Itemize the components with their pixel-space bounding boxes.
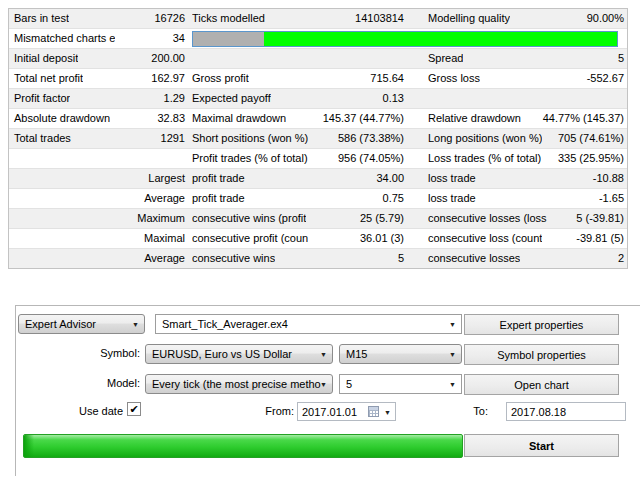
row-value: Maximal: [144, 229, 185, 248]
table-row: Total trades1291Short positions (won %)5…: [9, 129, 627, 149]
row-value: 5: [618, 49, 624, 68]
tester-settings-panel: Expert Advisor ▼ Smart_Tick_Averager.ex4…: [15, 305, 640, 476]
spread-combo-value: 5: [346, 378, 352, 390]
row-value: 715.64: [370, 69, 404, 88]
from-date-value: 2017.01.01: [302, 406, 357, 418]
row-label: Expected payoff: [192, 89, 271, 108]
chevron-down-icon: ▼: [132, 321, 139, 328]
row-label: Absolute drawdown: [9, 109, 110, 128]
row-label: [9, 169, 14, 188]
expert-properties-button[interactable]: Expert properties: [464, 314, 619, 335]
row-value: Largest: [148, 169, 185, 188]
row-value: 32.83: [157, 109, 185, 128]
row-label: Mismatched charts e: [9, 29, 115, 48]
row-value: 0.13: [383, 89, 404, 108]
row-label: consecutive wins: [192, 249, 275, 268]
row-label: Maximal drawdown: [192, 109, 286, 128]
chevron-down-icon: ▼: [449, 381, 456, 388]
row-value: 1.29: [164, 89, 185, 108]
symbol-combo-value: EURUSD, Euro vs US Dollar: [152, 348, 292, 360]
row-label: Relative drawdown: [428, 109, 521, 128]
row-label: [9, 249, 14, 268]
test-progress-bar: [23, 434, 463, 458]
strategy-tester-report-table: Bars in test16726Ticks modelled14103814M…: [8, 8, 628, 269]
row-label: [9, 209, 14, 228]
row-value: 14103814: [355, 9, 404, 28]
table-row: Bars in test16726Ticks modelled14103814M…: [9, 9, 627, 29]
row-label: Spread: [428, 49, 463, 68]
row-label: consecutive wins (profit: [192, 209, 306, 228]
row-label: Gross loss: [428, 69, 480, 88]
ea-type-dropdown[interactable]: Expert Advisor ▼: [18, 314, 145, 334]
row-label: consecutive profit (coun: [192, 229, 308, 248]
row-label: loss trade: [428, 169, 476, 188]
symbol-properties-button-label: Symbol properties: [497, 349, 586, 361]
symbol-label: Symbol:: [40, 347, 140, 359]
row-label: Long positions (won %): [428, 129, 542, 148]
table-row: Profit trades (% of total)956 (74.05%)Lo…: [9, 149, 627, 169]
row-value: 34.00: [376, 169, 404, 188]
chevron-down-icon: ▼: [320, 381, 327, 388]
row-label: profit trade: [192, 189, 245, 208]
row-value: 16726: [154, 9, 185, 28]
expert-advisor-combo-value: Smart_Tick_Averager.ex4: [162, 318, 288, 330]
ea-type-dropdown-value: Expert Advisor: [25, 318, 96, 330]
row-value: 44.77% (145.37): [543, 109, 624, 128]
row-value: 34: [173, 29, 185, 48]
row-label: Gross profit: [192, 69, 249, 88]
row-label: Total trades: [9, 129, 71, 148]
from-date-field[interactable]: 2017.01.01 ▼: [297, 402, 396, 421]
row-value: Maximum: [137, 209, 185, 228]
row-label: consecutive losses: [428, 249, 520, 268]
table-row: Averageprofit trade0.75loss trade-1.65: [9, 189, 627, 209]
row-value: 0.75: [383, 189, 404, 208]
row-value: -10.88: [593, 169, 624, 188]
row-value: -552.67: [587, 69, 624, 88]
start-button-label: Start: [529, 440, 554, 452]
row-label: consecutive losses (loss: [428, 209, 547, 228]
table-row: Maximalconsecutive profit (coun36.01 (3)…: [9, 229, 627, 249]
row-value: -39.81 (5): [576, 229, 624, 248]
open-chart-button[interactable]: Open chart: [464, 374, 619, 395]
row-value: 90.00%: [587, 9, 624, 28]
table-row: Mismatched charts e34: [9, 29, 627, 49]
row-value: 5: [398, 249, 404, 268]
row-label: Loss trades (% of total): [428, 149, 541, 168]
row-value: -1.65: [599, 189, 624, 208]
table-row: Profit factor1.29Expected payoff0.13: [9, 89, 627, 109]
period-combo[interactable]: M15 ▼: [339, 344, 462, 364]
model-combo-value: Every tick (the most precise metho: [152, 378, 321, 390]
row-label: Profit factor: [9, 89, 70, 108]
expert-properties-button-label: Expert properties: [500, 319, 584, 331]
to-label: To:: [446, 405, 488, 417]
model-combo[interactable]: Every tick (the most precise metho ▼: [145, 374, 333, 394]
table-row: Absolute drawdown32.83Maximal drawdown14…: [9, 109, 627, 129]
checkmark-icon: ✔: [129, 403, 138, 415]
row-value: 335 (25.95%): [558, 149, 624, 168]
table-row: Averageconsecutive wins5consecutive loss…: [9, 249, 627, 268]
quality-bar-gray-segment: [193, 32, 264, 46]
row-value: 956 (74.05%): [338, 149, 404, 168]
row-label: loss trade: [428, 189, 476, 208]
row-value: 162.97: [151, 69, 185, 88]
row-value: 36.01 (3): [360, 229, 404, 248]
to-date-value: 2017.08.18: [511, 406, 566, 418]
start-button[interactable]: Start: [464, 434, 619, 457]
row-label: Ticks modelled: [192, 9, 265, 28]
chevron-down-icon: ▼: [320, 351, 327, 358]
symbol-combo[interactable]: EURUSD, Euro vs US Dollar ▼: [145, 344, 333, 364]
row-label: Short positions (won %): [192, 129, 308, 148]
spread-combo[interactable]: 5 ▼: [339, 374, 462, 394]
use-date-checkbox[interactable]: ✔: [127, 402, 141, 416]
table-row: Largestprofit trade34.00loss trade-10.88: [9, 169, 627, 189]
row-label: [9, 229, 14, 248]
table-row: Initial deposit200.00Spread5: [9, 49, 627, 69]
expert-advisor-combo[interactable]: Smart_Tick_Averager.ex4 ▼: [155, 314, 462, 334]
row-label: Bars in test: [9, 9, 69, 28]
row-label: Total net profit: [9, 69, 83, 88]
calendar-icon[interactable]: [368, 406, 379, 417]
to-date-field[interactable]: 2017.08.18: [506, 402, 626, 421]
row-value: 586 (73.38%): [338, 129, 404, 148]
row-label: profit trade: [192, 169, 245, 188]
symbol-properties-button[interactable]: Symbol properties: [464, 344, 619, 365]
